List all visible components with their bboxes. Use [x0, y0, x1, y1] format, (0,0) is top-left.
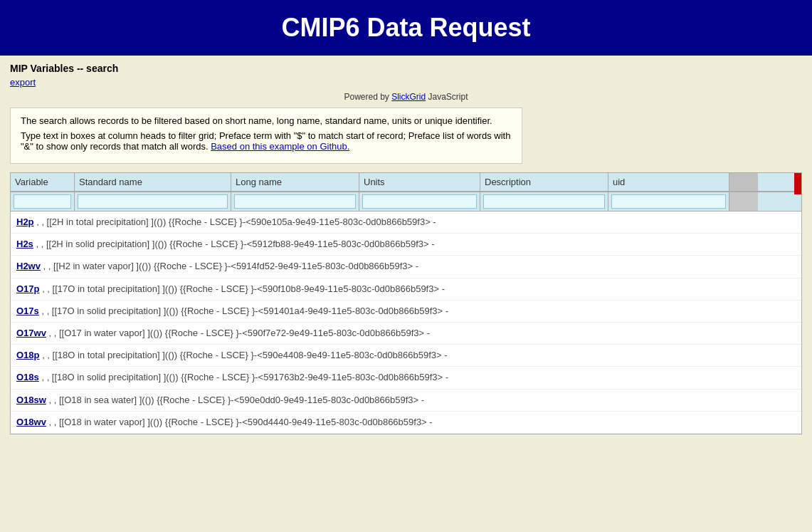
- row-variable-link[interactable]: O18wv: [16, 417, 46, 427]
- row-details: , , [[H2 in water vapor] ](()) {{Roche -…: [41, 261, 418, 271]
- row-details: , , [[17O in solid precipitation] ](()) …: [39, 306, 448, 316]
- col-header-variable: Variable: [11, 173, 75, 191]
- info-line1: The search allows records to be filtered…: [21, 115, 512, 126]
- page-content: MIP Variables -- search export Powered b…: [0, 56, 812, 442]
- col-header-uid: uid: [608, 173, 729, 191]
- filter-units-input[interactable]: [362, 194, 477, 209]
- filter-standard[interactable]: [75, 192, 231, 211]
- filter-extra: [729, 192, 758, 211]
- table-row: O17wv , , [[O17 in water vapor] ](()) {{…: [11, 323, 801, 345]
- col-header-standard: Standard name: [75, 173, 231, 191]
- row-variable-link[interactable]: O18s: [16, 372, 39, 382]
- table-row: H2s , , [[2H in solid precipitation] ]((…: [11, 234, 801, 256]
- data-rows: H2p , , [[2H in total precipitation] ]((…: [11, 212, 801, 434]
- row-variable-link[interactable]: H2s: [16, 239, 33, 249]
- page-title: MIP Variables -- search: [10, 63, 802, 74]
- row-details: , , [[18O in solid precipitation] ](()) …: [39, 372, 448, 382]
- row-variable-link[interactable]: O18p: [16, 350, 40, 360]
- table-row: H2p , , [[2H in total precipitation] ]((…: [11, 212, 801, 234]
- filter-uid[interactable]: [608, 192, 729, 211]
- table-row: O17s , , [[17O in solid precipitation] ]…: [11, 301, 801, 323]
- table-row: H2wv , , [[H2 in water vapor] ](()) {{Ro…: [11, 256, 801, 278]
- filter-units[interactable]: [359, 192, 480, 211]
- powered-by: Powered by SlickGrid JavaScript: [10, 92, 802, 102]
- row-variable-link[interactable]: O17wv: [16, 328, 46, 338]
- table-row: O18s , , [[18O in solid precipitation] ]…: [11, 367, 801, 389]
- filter-description-input[interactable]: [483, 194, 605, 209]
- filter-variable-input[interactable]: [14, 194, 71, 209]
- row-variable-link[interactable]: O17s: [16, 306, 39, 316]
- filter-long-input[interactable]: [234, 194, 356, 209]
- scrollbar-indicator[interactable]: [794, 173, 801, 194]
- row-variable-link[interactable]: O17p: [16, 283, 40, 294]
- row-details: , , [[2H in solid precipitation] ](()) {…: [33, 239, 435, 249]
- row-details: , , [[O18 in sea water] ](()) {{Roche - …: [46, 395, 424, 405]
- col-header-long: Long name: [231, 173, 359, 191]
- filter-standard-input[interactable]: [78, 194, 228, 209]
- col-header-extra: [729, 173, 758, 191]
- filter-uid-input[interactable]: [611, 194, 726, 209]
- slickgrid-link[interactable]: SlickGrid: [391, 92, 426, 102]
- col-header-units: Units: [359, 173, 480, 191]
- filter-row: [11, 192, 801, 212]
- col-header-description: Description: [480, 173, 608, 191]
- row-variable-link[interactable]: H2wv: [16, 261, 41, 271]
- grid-container: Variable Standard name Long name Units D…: [10, 172, 802, 434]
- row-details: , , [[O17 in water vapor] ](()) {{Roche …: [46, 328, 430, 338]
- table-row: O18sw , , [[O18 in sea water] ](()) {{Ro…: [11, 390, 801, 412]
- filter-variable[interactable]: [11, 192, 75, 211]
- row-details: , , [[18O in total precipitation] ](()) …: [40, 350, 448, 360]
- header-title: CMIP6 Data Request: [281, 13, 530, 42]
- page-header: CMIP6 Data Request: [0, 0, 812, 56]
- filter-long[interactable]: [231, 192, 359, 211]
- table-row: O18p , , [[18O in total precipitation] ]…: [11, 345, 801, 367]
- row-variable-link[interactable]: O18sw: [16, 395, 46, 405]
- export-link[interactable]: export: [10, 77, 802, 88]
- table-row: O18wv , , [[O18 in water vapor] ](()) {{…: [11, 412, 801, 434]
- info-line2: Type text in boxes at column heads to fi…: [21, 130, 512, 152]
- grid-header: Variable Standard name Long name Units D…: [11, 173, 801, 192]
- table-row: O17p , , [[17O in total precipitation] ]…: [11, 278, 801, 301]
- row-details: , , [[2H in total precipitation] ](()) {…: [34, 217, 436, 227]
- row-details: , , [[17O in total precipitation] ](()) …: [40, 283, 445, 294]
- powered-by-suffix: JavaScript: [426, 92, 468, 102]
- filter-description[interactable]: [480, 192, 608, 211]
- info-box: The search allows records to be filtered…: [10, 108, 522, 164]
- row-details: , , [[O18 in water vapor] ](()) {{Roche …: [46, 417, 433, 427]
- powered-by-text: Powered by: [344, 92, 391, 102]
- github-example-link[interactable]: Based on this example on Github.: [211, 141, 349, 152]
- row-variable-link[interactable]: H2p: [16, 217, 34, 227]
